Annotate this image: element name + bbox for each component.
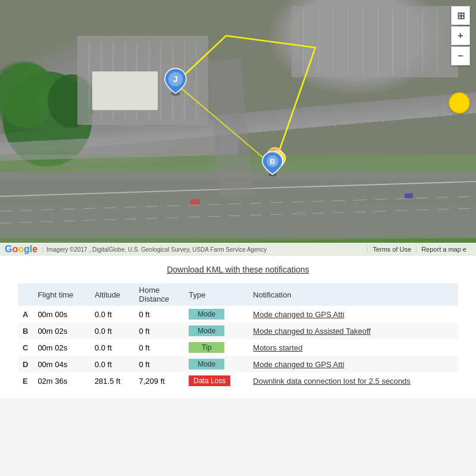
google-logo: Google (5, 244, 37, 255)
table-row: A 00m 00s 0.0 ft 0 ft Mode Mode changed … (18, 306, 458, 322)
header-home-distance: HomeDistance (134, 283, 184, 306)
row-type: Mode (184, 356, 248, 372)
row-type: Mode (184, 322, 248, 339)
notification-link[interactable]: Downlink data connection lost for 2.5 se… (253, 377, 411, 386)
row-home-distance: 0 ft (134, 339, 184, 356)
report-map-link[interactable]: Report a map e (416, 246, 471, 253)
header-notification: Notification (248, 283, 458, 306)
row-altitude: 0.0 ft (90, 339, 134, 356)
zoom-in-button[interactable]: + (451, 26, 470, 45)
row-notification: Motors started (248, 339, 458, 356)
download-section: Download KML with these notifications (18, 265, 458, 274)
row-type: Tip (184, 339, 248, 356)
type-badge: Tip (189, 342, 224, 353)
notification-link[interactable]: Mode changed to GPS Atti (253, 310, 344, 319)
row-type: Data Loss (184, 372, 248, 389)
row-flight-time: 02m 36s (33, 372, 90, 389)
svg-rect-36 (298, 211, 306, 217)
zoom-out-button[interactable]: − (451, 46, 470, 65)
svg-text:J: J (173, 74, 178, 84)
svg-rect-15 (292, 6, 458, 77)
type-badge: Mode (189, 359, 224, 369)
row-notification: Downlink data connection lost for 2.5 se… (248, 372, 458, 389)
map-overlay: J B (0, 0, 476, 256)
svg-rect-35 (405, 193, 413, 199)
row-id: B (18, 322, 33, 339)
header-flight-time: Flight time (33, 283, 90, 306)
row-home-distance: 7,209 ft (134, 372, 184, 389)
table-row: D 00m 04s 0.0 ft 0 ft Mode Mode changed … (18, 356, 458, 372)
row-notification: Mode changed to Assisted Takeoff (248, 322, 458, 339)
pegman[interactable] (449, 92, 470, 114)
notification-link[interactable]: Motors started (253, 343, 302, 352)
row-flight-time: 00m 04s (33, 356, 90, 372)
table-row: B 00m 02s 0.0 ft 0 ft Mode Mode changed … (18, 322, 458, 339)
svg-text:B: B (270, 157, 275, 166)
type-badge: Data Loss (189, 375, 230, 386)
table-row: C 00m 02s 0.0 ft 0 ft Tip Motors started (18, 339, 458, 356)
row-altitude: 281.5 ft (90, 372, 134, 389)
row-altitude: 0.0 ft (90, 322, 134, 339)
svg-rect-34 (190, 199, 200, 205)
row-flight-time: 00m 02s (33, 322, 90, 339)
row-flight-time: 00m 00s (33, 306, 90, 322)
row-type: Mode (184, 306, 248, 322)
row-id: C (18, 339, 33, 356)
map-controls: ⊞ + − (451, 6, 470, 65)
notification-table: Flight time Altitude HomeDistance Type N… (18, 283, 458, 389)
row-id: D (18, 356, 33, 372)
row-notification: Mode changed to GPS Atti (248, 356, 458, 372)
terms-of-use-link[interactable]: Terms of Use (367, 246, 416, 253)
notification-link[interactable]: Mode changed to Assisted Takeoff (253, 327, 371, 336)
imagery-text: Imagery ©2017 , DigitalGlobe, U.S. Geolo… (42, 246, 367, 253)
row-home-distance: 0 ft (134, 306, 184, 322)
row-altitude: 0.0 ft (90, 356, 134, 372)
type-badge: Mode (189, 309, 224, 320)
svg-rect-14 (92, 71, 158, 110)
download-kml-link[interactable]: Download KML with these notifications (167, 265, 309, 274)
header-type: Type (184, 283, 248, 306)
type-badge: Mode (189, 325, 224, 336)
layers-button[interactable]: ⊞ (451, 6, 470, 25)
table-header-row: Flight time Altitude HomeDistance Type N… (18, 283, 458, 306)
notification-link[interactable]: Mode changed to GPS Atti (253, 360, 344, 369)
row-notification: Mode changed to GPS Atti (248, 306, 458, 322)
row-id: E (18, 372, 33, 389)
header-id (18, 283, 33, 306)
table-row: E 02m 36s 281.5 ft 7,209 ft Data Loss Do… (18, 372, 458, 389)
map-container: J B ⊞ + − Google Imagery ©2017 , Digital… (0, 0, 476, 256)
row-flight-time: 00m 02s (33, 339, 90, 356)
row-home-distance: 0 ft (134, 356, 184, 372)
header-altitude: Altitude (90, 283, 134, 306)
map-attribution: Google Imagery ©2017 , DigitalGlobe, U.S… (0, 243, 476, 256)
row-altitude: 0.0 ft (90, 306, 134, 322)
row-home-distance: 0 ft (134, 322, 184, 339)
row-id: A (18, 306, 33, 322)
content-section: Download KML with these notifications Fl… (0, 256, 476, 398)
